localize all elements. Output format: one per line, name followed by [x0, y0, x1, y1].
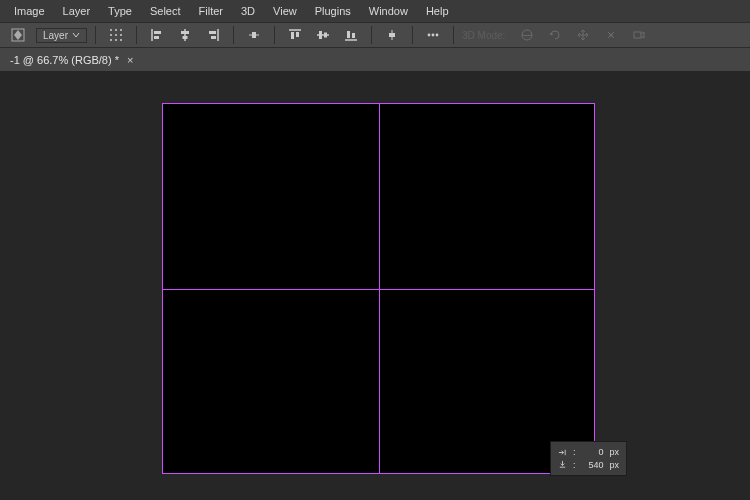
- svg-rect-15: [183, 36, 188, 39]
- align-right-icon[interactable]: [201, 25, 225, 45]
- svg-point-8: [115, 39, 117, 41]
- svg-rect-14: [181, 31, 189, 34]
- distribute-v-icon[interactable]: [380, 25, 404, 45]
- divider: [274, 26, 275, 44]
- readout-colon: :: [573, 446, 576, 459]
- 3d-orbit-icon: [515, 25, 539, 45]
- align-bottom-icon[interactable]: [339, 25, 363, 45]
- svg-point-1: [110, 29, 112, 31]
- menu-window[interactable]: Window: [361, 2, 416, 20]
- svg-point-4: [110, 34, 112, 36]
- divider: [371, 26, 372, 44]
- svg-rect-11: [154, 31, 161, 34]
- align-target-select[interactable]: Layer: [36, 28, 87, 43]
- svg-point-9: [120, 39, 122, 41]
- align-center-h-icon[interactable]: [173, 25, 197, 45]
- svg-rect-23: [296, 32, 299, 37]
- menu-help[interactable]: Help: [418, 2, 457, 20]
- 3d-camera-icon: [627, 25, 651, 45]
- menu-type[interactable]: Type: [100, 2, 140, 20]
- menu-view[interactable]: View: [265, 2, 305, 20]
- divider: [233, 26, 234, 44]
- menu-layer[interactable]: Layer: [55, 2, 99, 20]
- options-bar: Layer 3D Mode:: [0, 22, 750, 48]
- svg-rect-31: [389, 33, 395, 37]
- guide-horizontal[interactable]: [163, 289, 594, 290]
- svg-point-32: [428, 34, 431, 37]
- svg-rect-17: [209, 31, 216, 34]
- svg-point-7: [110, 39, 112, 41]
- svg-rect-20: [252, 32, 256, 38]
- more-options-icon[interactable]: [421, 25, 445, 45]
- menu-plugins[interactable]: Plugins: [307, 2, 359, 20]
- document-tab-bar: -1 @ 66.7% (RGB/8) * ×: [0, 48, 750, 71]
- chevron-down-icon: [72, 31, 80, 39]
- readout-v-value: 540: [582, 459, 604, 472]
- align-target-label: Layer: [43, 30, 68, 41]
- arrow-right-bar-icon: [558, 448, 567, 457]
- arrow-down-bar-icon: [558, 460, 567, 469]
- svg-rect-25: [319, 31, 322, 39]
- readout-v-unit: px: [610, 459, 620, 472]
- svg-point-2: [115, 29, 117, 31]
- divider: [136, 26, 137, 44]
- canvas-area[interactable]: : 0 px : 540 px: [0, 71, 750, 500]
- mode-3d-label: 3D Mode:: [462, 30, 505, 41]
- divider: [453, 26, 454, 44]
- divider: [95, 26, 96, 44]
- menu-bar: Image Layer Type Select Filter 3D View P…: [0, 0, 750, 22]
- close-icon[interactable]: ×: [127, 54, 133, 66]
- distribute-h-icon[interactable]: [242, 25, 266, 45]
- guide-position-readout: : 0 px : 540 px: [550, 441, 627, 476]
- document-tab-label: -1 @ 66.7% (RGB/8) *: [10, 54, 119, 66]
- svg-point-6: [120, 34, 122, 36]
- auto-align-icon[interactable]: [104, 25, 128, 45]
- canvas-document[interactable]: [163, 104, 594, 473]
- svg-rect-37: [634, 32, 641, 38]
- divider: [412, 26, 413, 44]
- svg-rect-22: [291, 32, 294, 39]
- svg-point-5: [115, 34, 117, 36]
- align-top-icon[interactable]: [283, 25, 307, 45]
- svg-rect-12: [154, 36, 159, 39]
- 3d-slide-icon: [599, 25, 623, 45]
- readout-colon: :: [573, 459, 576, 472]
- svg-point-36: [610, 34, 613, 37]
- align-left-icon[interactable]: [145, 25, 169, 45]
- menu-image[interactable]: Image: [6, 2, 53, 20]
- readout-h-value: 0: [582, 446, 604, 459]
- document-tab[interactable]: -1 @ 66.7% (RGB/8) * ×: [0, 48, 143, 71]
- 3d-roll-icon: [543, 25, 567, 45]
- menu-select[interactable]: Select: [142, 2, 189, 20]
- svg-rect-18: [211, 36, 216, 39]
- 3d-pan-icon: [571, 25, 595, 45]
- align-center-v-icon[interactable]: [311, 25, 335, 45]
- menu-3d[interactable]: 3D: [233, 2, 263, 20]
- menu-filter[interactable]: Filter: [191, 2, 231, 20]
- svg-point-3: [120, 29, 122, 31]
- svg-point-33: [432, 34, 435, 37]
- svg-rect-26: [324, 33, 327, 38]
- readout-h-unit: px: [610, 446, 620, 459]
- svg-rect-29: [352, 33, 355, 38]
- svg-rect-28: [347, 31, 350, 38]
- tool-preset-icon[interactable]: [6, 25, 30, 45]
- svg-point-34: [436, 34, 439, 37]
